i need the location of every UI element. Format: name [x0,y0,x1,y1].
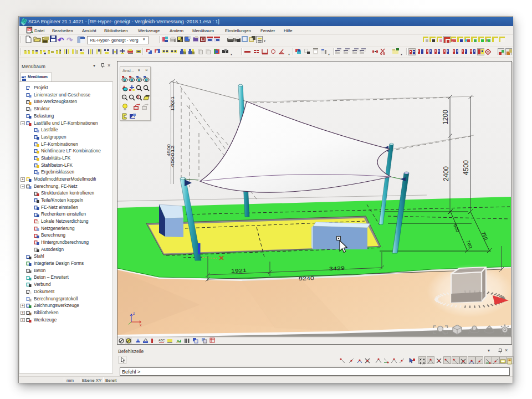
svg-text:4500: 4500 [167,144,171,156]
svg-text:4500: 4500 [462,160,470,175]
svg-text:1921: 1921 [231,268,247,274]
svg-text:z: z [133,311,135,315]
svg-text:1200: 1200 [442,110,449,125]
svg-text:ABC: ABC [158,339,165,342]
svg-text:3429: 3429 [329,265,345,272]
svg-text:2400: 2400 [442,166,450,181]
svg-text:9240: 9240 [299,275,314,282]
svg-text:12001: 12001 [171,96,175,111]
svg-text:450012: 450012 [171,145,175,167]
